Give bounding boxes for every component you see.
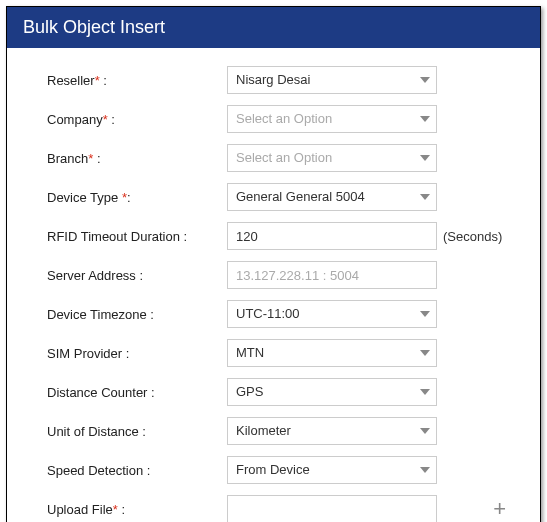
required-mark: * <box>95 73 100 88</box>
select-device-type[interactable]: General General 5004 <box>227 183 437 211</box>
select-company-placeholder: Select an Option <box>227 105 437 133</box>
required-mark: * <box>122 190 127 205</box>
label-rfid-timeout: RFID Timeout Duration : <box>47 229 227 244</box>
label-timezone: Device Timezone : <box>47 307 227 322</box>
row-device-type: Device Type *: General General 5004 <box>47 183 510 211</box>
select-timezone[interactable]: UTC-11:00 <box>227 300 437 328</box>
input-server-wrap <box>227 261 437 289</box>
label-reseller: Reseller* : <box>47 73 227 88</box>
label-branch-text: Branch <box>47 151 88 166</box>
select-company[interactable]: Select an Option <box>227 105 437 133</box>
add-file-button[interactable]: + <box>489 498 510 520</box>
select-timezone-value: UTC-11:00 <box>227 300 437 328</box>
label-speed-detection: Speed Detection : <box>47 463 227 478</box>
required-mark: * <box>88 151 93 166</box>
server-address-input[interactable] <box>227 261 437 289</box>
upload-file-input[interactable] <box>227 495 437 522</box>
select-distance-value: GPS <box>227 378 437 406</box>
panel-title: Bulk Object Insert <box>7 7 540 48</box>
row-rfid-timeout: RFID Timeout Duration : (Seconds) <box>47 222 510 250</box>
bulk-object-insert-panel: Bulk Object Insert Reseller* : Nisarg De… <box>6 6 541 522</box>
select-device-type-value: General General 5004 <box>227 183 437 211</box>
form-body: Reseller* : Nisarg Desai Company* : Sele… <box>7 48 540 522</box>
row-speed-detection: Speed Detection : From Device <box>47 456 510 484</box>
label-company: Company* : <box>47 112 227 127</box>
row-branch: Branch* : Select an Option <box>47 144 510 172</box>
label-branch: Branch* : <box>47 151 227 166</box>
row-company: Company* : Select an Option <box>47 105 510 133</box>
input-rfid-wrap <box>227 222 437 250</box>
select-reseller-value: Nisarg Desai <box>227 66 437 94</box>
plus-icon: + <box>493 496 506 521</box>
upload-input-wrap <box>227 495 437 522</box>
label-reseller-text: Reseller <box>47 73 95 88</box>
label-server-address: Server Address : <box>47 268 227 283</box>
select-reseller[interactable]: Nisarg Desai <box>227 66 437 94</box>
select-speed-detection[interactable]: From Device <box>227 456 437 484</box>
select-branch-placeholder: Select an Option <box>227 144 437 172</box>
label-company-text: Company <box>47 112 103 127</box>
row-timezone: Device Timezone : UTC-11:00 <box>47 300 510 328</box>
rfid-timeout-input[interactable] <box>227 222 437 250</box>
select-distance-counter[interactable]: GPS <box>227 378 437 406</box>
label-distance-counter: Distance Counter : <box>47 385 227 400</box>
rfid-suffix: (Seconds) <box>443 229 502 244</box>
label-upload-file: Upload File* : <box>47 502 227 517</box>
required-mark: * <box>113 502 118 517</box>
select-unit-value: Kilometer <box>227 417 437 445</box>
required-mark: * <box>103 112 108 127</box>
row-distance-counter: Distance Counter : GPS <box>47 378 510 406</box>
label-device-type-text: Device Type <box>47 190 122 205</box>
select-unit-distance[interactable]: Kilometer <box>227 417 437 445</box>
row-sim-provider: SIM Provider : MTN <box>47 339 510 367</box>
label-upload-text: Upload File <box>47 502 113 517</box>
select-sim-provider[interactable]: MTN <box>227 339 437 367</box>
row-unit-distance: Unit of Distance : Kilometer <box>47 417 510 445</box>
row-upload-file: Upload File* : + <box>47 495 510 522</box>
row-reseller: Reseller* : Nisarg Desai <box>47 66 510 94</box>
label-sim-provider: SIM Provider : <box>47 346 227 361</box>
select-sim-value: MTN <box>227 339 437 367</box>
label-device-type: Device Type *: <box>47 190 227 205</box>
select-branch[interactable]: Select an Option <box>227 144 437 172</box>
select-speed-value: From Device <box>227 456 437 484</box>
label-unit-distance: Unit of Distance : <box>47 424 227 439</box>
row-server-address: Server Address : <box>47 261 510 289</box>
